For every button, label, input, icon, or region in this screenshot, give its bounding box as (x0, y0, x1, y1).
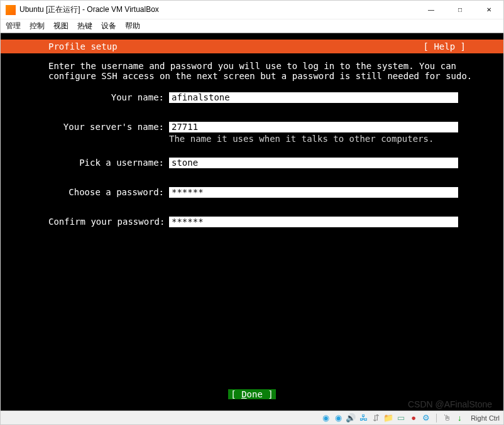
recording-icon[interactable]: ● (408, 413, 419, 423)
password-label: Choose a password: (48, 187, 169, 197)
guest-display[interactable]: Profile setup [ Help ] Enter the usernam… (1, 33, 503, 411)
installer-header: Profile setup [ Help ] (1, 40, 503, 53)
keyboard-capture-icon[interactable]: ↓ (454, 413, 464, 423)
optical-drive-icon[interactable]: ◉ (333, 413, 343, 423)
username-label: Pick a username: (48, 158, 169, 168)
footer-actions: [ Done ] (1, 389, 503, 411)
server-name-input[interactable]: 27711 (169, 122, 458, 132)
installer-body: Enter the username and password you will… (1, 53, 503, 389)
server-name-hint: The name it uses when it talks to other … (169, 134, 458, 144)
menu-hotkeys[interactable]: 热键 (77, 21, 92, 31)
window-titlebar: Ubuntu [正在运行] - Oracle VM VirtualBox — □… (1, 1, 503, 19)
window-controls: — □ ✕ (417, 1, 503, 19)
display-icon[interactable]: ▭ (396, 413, 406, 423)
menu-control[interactable]: 控制 (30, 21, 45, 31)
confirm-password-label: Confirm your password: (48, 217, 169, 227)
mouse-integration-icon[interactable]: 🖱 (442, 413, 452, 423)
intro-text: Enter the username and password you will… (48, 61, 485, 81)
your-name-input[interactable]: afinalstone (169, 92, 458, 103)
menu-view[interactable]: 视图 (53, 21, 68, 31)
maximize-button[interactable]: □ (446, 1, 474, 19)
shared-folders-icon[interactable]: 📁 (383, 413, 393, 423)
window-title: Ubuntu [正在运行] - Oracle VM VirtualBox (19, 4, 417, 15)
username-input[interactable]: stone (169, 158, 458, 168)
menu-devices[interactable]: 设备 (101, 21, 116, 31)
network-icon[interactable]: 🖧 (358, 413, 368, 423)
vm-state-icon[interactable]: ⚙ (421, 413, 431, 423)
menu-help[interactable]: 帮助 (125, 21, 140, 31)
help-button[interactable]: [ Help ] (424, 41, 466, 51)
server-name-label: Your server's name: (48, 122, 169, 132)
audio-icon[interactable]: 🔊 (346, 413, 356, 423)
confirm-password-input[interactable]: ****** (169, 217, 458, 227)
done-button[interactable]: [ Done ] (228, 389, 275, 399)
minimize-button[interactable]: — (417, 1, 446, 19)
usb-icon[interactable]: ⇵ (371, 413, 381, 423)
host-key-indicator: Right Ctrl (471, 414, 500, 422)
menu-manage[interactable]: 管理 (6, 21, 21, 31)
menu-bar: 管理 控制 视图 热键 设备 帮助 (1, 19, 503, 33)
password-input[interactable]: ****** (169, 187, 458, 198)
close-button[interactable]: ✕ (474, 1, 503, 19)
virtualbox-icon (6, 5, 16, 15)
statusbar-separator (436, 414, 437, 422)
installer-title: Profile setup (48, 41, 424, 51)
vm-statusbar: ◉ ◉ 🔊 🖧 ⇵ 📁 ▭ ● ⚙ 🖱 ↓ Right Ctrl (1, 411, 503, 424)
hard-disk-icon[interactable]: ◉ (320, 413, 331, 423)
your-name-label: Your name: (48, 92, 169, 102)
